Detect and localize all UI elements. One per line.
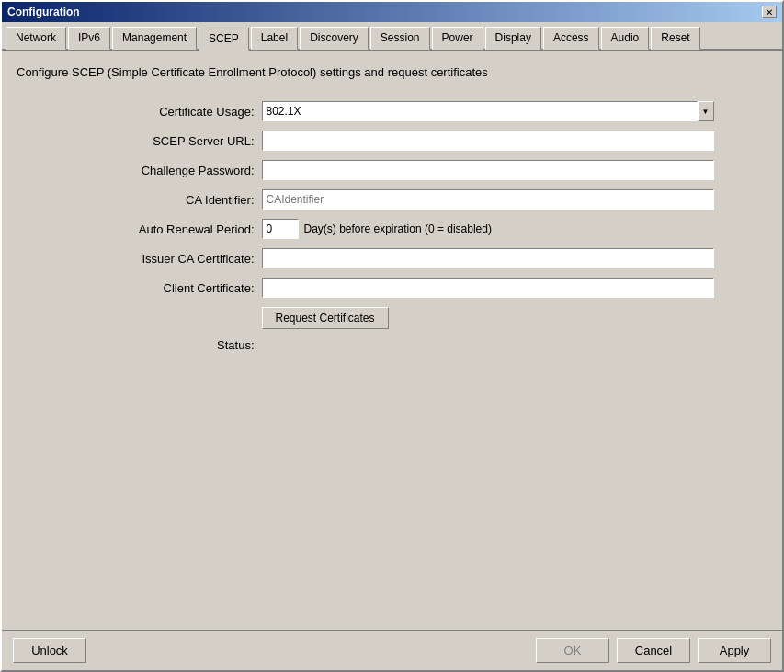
auto-renewal-label: Auto Renewal Period: — [71, 222, 255, 236]
content-area: Configure SCEP (Simple Certificate Enrol… — [2, 51, 782, 630]
window-title: Configuration — [7, 6, 80, 18]
tab-discovery[interactable]: Discovery — [300, 27, 369, 50]
request-btn-row: Request Certificates — [262, 307, 714, 329]
challenge-password-input[interactable] — [262, 160, 714, 180]
tab-power[interactable]: Power — [432, 27, 483, 50]
tab-bar: Network IPv6 Management SCEP Label Disco… — [2, 22, 782, 51]
certificate-usage-select[interactable]: 802.1X — [262, 101, 698, 121]
auto-renewal-suffix: Day(s) before expiration (0 = disabled) — [304, 222, 492, 235]
client-cert-input[interactable] — [262, 278, 714, 298]
client-cert-label: Client Certificate: — [71, 281, 255, 295]
ca-identifier-label: CA Identifier: — [71, 193, 255, 207]
ok-button[interactable]: OK — [536, 638, 609, 663]
request-certificates-button[interactable]: Request Certificates — [262, 307, 389, 329]
auto-renewal-input[interactable] — [262, 219, 299, 239]
scep-server-url-input[interactable] — [262, 131, 714, 151]
certificate-usage-label: Certificate Usage: — [71, 105, 255, 119]
tab-session[interactable]: Session — [370, 27, 430, 50]
tab-audio[interactable]: Audio — [601, 27, 650, 50]
unlock-button[interactable]: Unlock — [13, 638, 86, 663]
tab-label[interactable]: Label — [251, 27, 298, 50]
close-button[interactable]: ✕ — [762, 6, 777, 18]
cancel-button[interactable]: Cancel — [617, 638, 690, 663]
scep-form: Certificate Usage: 802.1X ▼ SCEP Server … — [71, 101, 714, 352]
footer-left: Unlock — [13, 638, 86, 663]
tab-management[interactable]: Management — [112, 27, 197, 50]
tab-network[interactable]: Network — [6, 27, 66, 50]
issuer-ca-label: Issuer CA Certificate: — [71, 252, 255, 266]
footer: Unlock OK Cancel Apply — [2, 630, 782, 670]
title-bar: Configuration ✕ — [2, 2, 782, 22]
apply-button[interactable]: Apply — [698, 638, 771, 663]
footer-right: OK Cancel Apply — [536, 638, 771, 663]
challenge-password-label: Challenge Password: — [71, 164, 255, 177]
tab-ipv6[interactable]: IPv6 — [68, 27, 110, 50]
certificate-usage-dropdown-icon[interactable]: ▼ — [698, 101, 714, 121]
certificate-usage-wrapper: 802.1X ▼ — [262, 101, 714, 121]
configuration-window: Configuration ✕ Network IPv6 Management … — [0, 0, 784, 672]
tab-display[interactable]: Display — [485, 27, 541, 50]
ca-identifier-input[interactable] — [262, 189, 714, 210]
tab-access[interactable]: Access — [543, 27, 599, 50]
issuer-ca-input[interactable] — [262, 248, 714, 268]
auto-renewal-row: Day(s) before expiration (0 = disabled) — [262, 219, 714, 239]
status-label: Status: — [71, 338, 255, 352]
scep-server-url-label: SCEP Server URL: — [71, 134, 255, 148]
page-description: Configure SCEP (Simple Certificate Enrol… — [17, 65, 767, 79]
tab-scep[interactable]: SCEP — [199, 28, 249, 51]
tab-reset[interactable]: Reset — [651, 27, 699, 50]
